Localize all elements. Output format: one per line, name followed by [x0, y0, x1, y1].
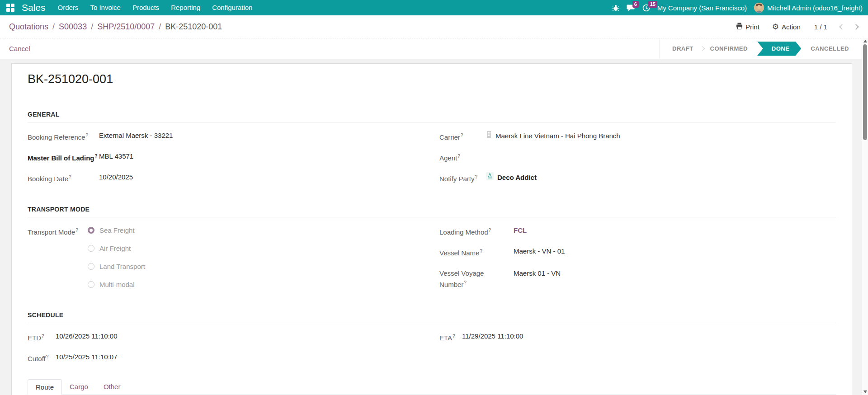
field-vessel-voyage-number: Vessel Voyage Number? Maersk 01 - VN	[439, 268, 836, 289]
debug-bug-icon[interactable]	[612, 4, 619, 11]
field-label: Carrier	[439, 133, 460, 141]
form-status-bar: Cancel DRAFT CONFIRMED DONE CANCELLED	[0, 38, 868, 59]
tab-cargo[interactable]: Cargo	[62, 379, 96, 395]
help-marker: ?	[461, 133, 463, 138]
field-value-link[interactable]: FCL	[514, 226, 527, 235]
stage-confirmed[interactable]: CONFIRMED	[702, 38, 756, 59]
field-label: Notify Party	[439, 175, 475, 183]
action-button[interactable]: ⚙ Action	[772, 23, 801, 31]
breadcrumb-shipment[interactable]: SHP/2510/0007	[97, 22, 155, 32]
stage-cancelled[interactable]: CANCELLED	[802, 38, 857, 59]
radio-option-multi-modal[interactable]: Multi-modal	[88, 280, 145, 289]
section-general-heading: GENERAL	[28, 111, 836, 122]
pager-next-icon[interactable]	[853, 24, 859, 30]
field-label: Booking Date	[28, 175, 68, 183]
field-etd: ETD? 10/26/2025 11:10:00	[28, 331, 439, 343]
pager-counter: 1 / 1	[814, 23, 827, 31]
scrollbar-thumb[interactable]	[863, 44, 867, 140]
radio-icon	[88, 263, 94, 270]
field-booking-reference: Booking Reference? External Maersk - 332…	[28, 131, 439, 142]
user-menu[interactable]: Mitchell Admin (odoo16_freight)	[754, 3, 863, 13]
cancel-button[interactable]: Cancel	[9, 45, 30, 52]
field-value[interactable]: MBL 43571	[99, 151, 133, 161]
help-marker: ?	[86, 133, 89, 138]
activities-badge: 15	[648, 1, 657, 8]
pager-previous-icon[interactable]	[839, 24, 845, 30]
help-marker: ?	[489, 228, 491, 233]
messages-icon[interactable]: 6	[627, 4, 635, 12]
section-schedule: SCHEDULE ETD? 10/26/2025 11:10:00 Cutoff…	[28, 311, 836, 373]
printer-icon	[736, 23, 743, 31]
field-label: Transport Mode	[28, 228, 75, 236]
field-value: Deco Addict	[497, 173, 537, 182]
field-value[interactable]: 10/25/2025 11:10:07	[56, 352, 118, 362]
breadcrumb-sale-order[interactable]: S00033	[59, 22, 87, 32]
app-brand[interactable]: Sales	[22, 2, 46, 13]
field-value[interactable]: 10/20/2025	[99, 172, 133, 182]
print-button[interactable]: Print	[736, 23, 760, 31]
field-transport-mode: Transport Mode? Sea Freight Air Freight	[28, 226, 439, 298]
section-transport-mode: TRANSPORT MODE Transport Mode? Sea Freig…	[28, 206, 836, 299]
field-label: Master Bill of Lading	[28, 154, 94, 162]
field-label: ETD	[28, 334, 41, 342]
breadcrumb-quotations[interactable]: Quotations	[9, 22, 48, 32]
company-switcher[interactable]: My Company (San Francisco)	[657, 4, 747, 12]
control-panel: Quotations / S00033 / SHP/2510/0007 / BK…	[0, 15, 868, 38]
stage-done[interactable]: DONE	[757, 42, 802, 56]
nav-item-configuration[interactable]: Configuration	[206, 0, 258, 15]
building-icon	[486, 131, 492, 141]
field-label: ETA	[439, 334, 452, 342]
tab-other[interactable]: Other	[96, 379, 128, 395]
field-value[interactable]: 11/29/2025 11:10:00	[462, 331, 523, 341]
content-area: BK-251020-001 GENERAL Booking Reference?…	[0, 59, 862, 395]
field-vessel-name: Vessel Name? Maersk - VN - 01	[439, 246, 836, 258]
section-general: GENERAL Booking Reference? External Maer…	[28, 111, 836, 193]
field-notify-party: Notify Party? Deco Addict	[439, 172, 836, 183]
help-marker: ?	[69, 174, 71, 179]
field-label: Booking Reference	[28, 133, 85, 141]
scrollbar-up-icon[interactable]	[863, 40, 867, 42]
field-carrier: Carrier?	[439, 131, 836, 142]
radio-option-sea-freight[interactable]: Sea Freight	[88, 226, 145, 235]
field-value[interactable]: 10/26/2025 11:10:00	[56, 331, 118, 341]
breadcrumb: Quotations / S00033 / SHP/2510/0007 / BK…	[9, 22, 222, 32]
radio-option-air-freight[interactable]: Air Freight	[88, 244, 145, 253]
field-value[interactable]: Maersk 01 - VN	[514, 268, 561, 278]
field-value[interactable]: Maersk - VN - 01	[514, 246, 565, 256]
nav-item-reporting[interactable]: Reporting	[165, 0, 206, 15]
radio-selected-icon	[88, 227, 94, 234]
section-schedule-heading: SCHEDULE	[28, 311, 836, 323]
field-agent: Agent?	[439, 151, 836, 163]
field-cutoff: Cutoff? 10/25/2025 11:10:07	[28, 352, 439, 363]
field-value: Maersk Line Vietnam - Hai Phong Branch	[495, 131, 620, 141]
nav-item-to-invoice[interactable]: To Invoice	[84, 0, 127, 15]
help-marker: ?	[46, 354, 49, 359]
field-loading-method: Loading Method? FCL	[439, 226, 836, 237]
field-eta: ETA? 11/29/2025 11:10:00	[439, 331, 836, 343]
tab-route[interactable]: Route	[28, 379, 62, 395]
help-marker: ?	[480, 249, 482, 254]
help-marker: ?	[75, 228, 78, 233]
help-marker: ?	[95, 154, 98, 159]
field-value[interactable]: External Maersk - 33221	[99, 131, 173, 140]
apps-menu-icon[interactable]	[0, 0, 21, 15]
field-label: Loading Method	[439, 228, 488, 236]
nav-item-orders[interactable]: Orders	[52, 0, 85, 15]
field-booking-date: Booking Date? 10/20/2025	[28, 172, 439, 183]
nav-item-products[interactable]: Products	[127, 0, 165, 15]
help-marker: ?	[458, 154, 460, 159]
stage-draft[interactable]: DRAFT	[664, 38, 702, 59]
form-sheet: BK-251020-001 GENERAL Booking Reference?…	[11, 63, 852, 395]
user-avatar	[754, 3, 764, 13]
activities-clock-icon[interactable]: 15	[642, 4, 650, 12]
vertical-scrollbar[interactable]	[862, 38, 868, 395]
help-marker: ?	[42, 334, 44, 339]
breadcrumb-separator: /	[91, 22, 93, 32]
record-title: BK-251020-001	[28, 71, 836, 87]
scrollbar-down-icon[interactable]	[863, 390, 867, 393]
transport-mode-radio-group: Sea Freight Air Freight Land Transport	[88, 226, 145, 298]
help-marker: ?	[453, 334, 455, 339]
field-master-bill-of-lading: Master Bill of Lading? MBL 43571	[28, 151, 439, 163]
radio-option-land-transport[interactable]: Land Transport	[88, 262, 145, 271]
user-name: Mitchell Admin (odoo16_freight)	[767, 4, 863, 12]
